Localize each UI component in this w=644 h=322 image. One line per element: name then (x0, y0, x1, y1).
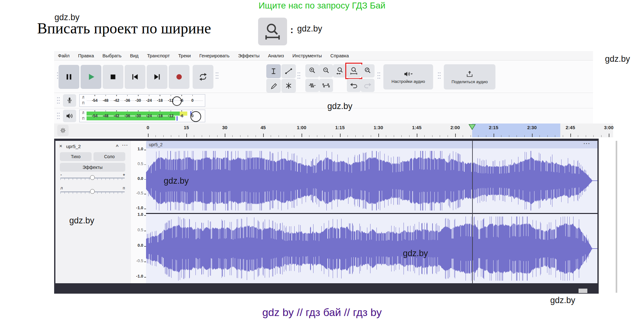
menu-item-9[interactable]: Анализ (268, 53, 284, 58)
menu-item-1[interactable]: Файл (58, 53, 70, 58)
timeline-ruler[interactable]: 01530451:001:151:301:452:002:152:302:453… (54, 124, 613, 137)
track-control-panel: × upr5_2 ^ ··· Тихо Соло Эффекты - + л п… (55, 141, 131, 283)
ruler-tick-minor (524, 135, 525, 137)
menu-item-11[interactable]: Справка (330, 53, 349, 58)
pause-button[interactable] (59, 65, 79, 89)
record-button[interactable] (169, 65, 189, 89)
ruler-tick-minor (563, 135, 563, 137)
clip-header[interactable]: upr5_2 (146, 141, 597, 148)
meter-scale-label: 0 (191, 98, 194, 103)
fit-project-button[interactable] (347, 64, 361, 78)
meter-scale-label: -18 (157, 98, 163, 103)
ruler-tick-minor (501, 135, 501, 137)
ruler-tick-minor (363, 135, 363, 137)
trim-audio-icon (308, 81, 317, 90)
meter-scale-label: -24 (146, 114, 152, 118)
ruler-tick-minor (394, 135, 394, 137)
playback-meter-toolbar: Л П -54-48-42-36-30-24-18-12-60 (54, 108, 593, 124)
audio-setup-grip[interactable] (377, 72, 381, 80)
zoom-in-button[interactable] (305, 64, 319, 78)
redo-button[interactable] (361, 79, 375, 92)
recording-meter[interactable]: Л П -54-48-42-36-30-24-18-12-60 (79, 94, 205, 107)
mute-button[interactable]: Тихо (60, 152, 92, 161)
undo-icon (349, 81, 358, 90)
menu-item-5[interactable]: Транспорт (147, 53, 170, 58)
speaker-icon (65, 112, 74, 120)
loop-button[interactable] (193, 65, 213, 89)
audio-setup-button[interactable]: Настройки аудио (383, 64, 433, 89)
silence-audio-icon (322, 81, 330, 90)
share-grip[interactable] (438, 72, 441, 80)
watermark-panel: gdz.by (69, 216, 94, 226)
collapse-track-button[interactable]: ^ (116, 144, 119, 149)
menu-item-10[interactable]: Инструменты (292, 53, 322, 58)
playhead-marker[interactable] (465, 124, 479, 130)
track-menu-button[interactable]: ··· (122, 142, 128, 148)
silence-audio-button[interactable] (319, 79, 333, 92)
ruler-tick-minor (317, 135, 317, 137)
envelope-tool-button[interactable] (281, 64, 296, 78)
clip[interactable]: upr5_2 ··· gdz.by gdz.by (146, 141, 597, 283)
meter-scale-label: -24 (146, 98, 152, 103)
edit-grip[interactable] (297, 72, 301, 80)
play-button[interactable] (81, 65, 101, 89)
menu-item-6[interactable]: Треки (178, 53, 191, 58)
menu-item-4[interactable]: Вид (130, 53, 138, 58)
zoom-toggle-button[interactable] (361, 64, 375, 78)
menu-item-2[interactable]: Правка (78, 53, 94, 58)
watermark-wave-1: gdz.by (164, 176, 189, 186)
effects-button[interactable]: Эффекты (60, 163, 125, 172)
clip-menu-button[interactable]: ··· (584, 141, 590, 147)
menu-item-8[interactable]: Эффекты (238, 53, 259, 58)
playback-meter-grip[interactable] (57, 112, 60, 120)
meter-scale-label: -48 (103, 98, 108, 103)
gain-slider-thumb[interactable] (90, 175, 95, 180)
multi-tool-button[interactable] (281, 79, 296, 93)
close-track-button[interactable]: × (59, 143, 62, 149)
skip-to-start-icon (130, 72, 140, 82)
ruler-tick-minor (256, 135, 256, 137)
ruler-tick-major (186, 134, 187, 137)
zoom-out-button[interactable] (319, 64, 333, 78)
timeline-label: 1:15 (335, 125, 345, 130)
solo-button[interactable]: Соло (93, 152, 125, 161)
draw-tool-button[interactable] (266, 79, 281, 93)
waveform-channel-right[interactable] (146, 214, 597, 283)
zoom-out-icon (322, 66, 330, 75)
microphone-button[interactable] (63, 94, 76, 107)
share-audio-button[interactable]: Поделиться аудио (444, 64, 495, 89)
playback-meter[interactable]: Л П -54-48-42-36-30-24-18-12-60 (79, 110, 205, 122)
share-audio-label: Поделиться аудио (452, 79, 488, 84)
menu-item-3[interactable]: Выбрать (103, 53, 121, 58)
record-icon (174, 72, 184, 82)
pan-slider[interactable] (60, 187, 125, 196)
meter-scale-label: -54 (92, 114, 98, 118)
vertical-scrollbar[interactable] (616, 141, 617, 293)
skip-to-start-button[interactable] (125, 65, 145, 89)
recording-meter-grip[interactable] (57, 96, 60, 105)
stop-button[interactable] (103, 65, 123, 89)
footer-promo: gdz by // гдз бай // гдз by (0, 306, 644, 319)
speaker-button[interactable] (63, 110, 76, 122)
vertical-scale-strip: 1.00.50.0-0.5-1.0 1.00.50.0-0.5-1.0 (131, 141, 146, 283)
undo-button[interactable] (347, 79, 361, 92)
horizontal-scrollbar-piece[interactable] (579, 289, 587, 293)
trim-audio-button[interactable] (305, 79, 319, 92)
ruler-tick-minor (401, 135, 402, 137)
ruler-tick-minor (555, 135, 555, 137)
track-name[interactable]: upr5_2 (66, 144, 81, 149)
selection-tool-button[interactable] (266, 64, 281, 78)
fit-selection-button[interactable] (333, 64, 347, 78)
circle-annotation (190, 111, 201, 122)
tools-grip[interactable] (215, 72, 219, 80)
skip-to-end-button[interactable] (147, 65, 167, 89)
gain-slider[interactable] (60, 174, 125, 182)
menu-item-7[interactable]: Генерировать (199, 53, 229, 58)
meter-scale-label: -54 (92, 98, 98, 103)
timeline-options-button[interactable] (57, 125, 69, 136)
meter-scale-tick (181, 95, 182, 96)
pan-slider-thumb[interactable] (90, 189, 95, 194)
ruler-tick-major (455, 134, 456, 137)
waveform-channel-left[interactable] (146, 148, 597, 213)
meter-scale-label: -36 (124, 98, 130, 103)
